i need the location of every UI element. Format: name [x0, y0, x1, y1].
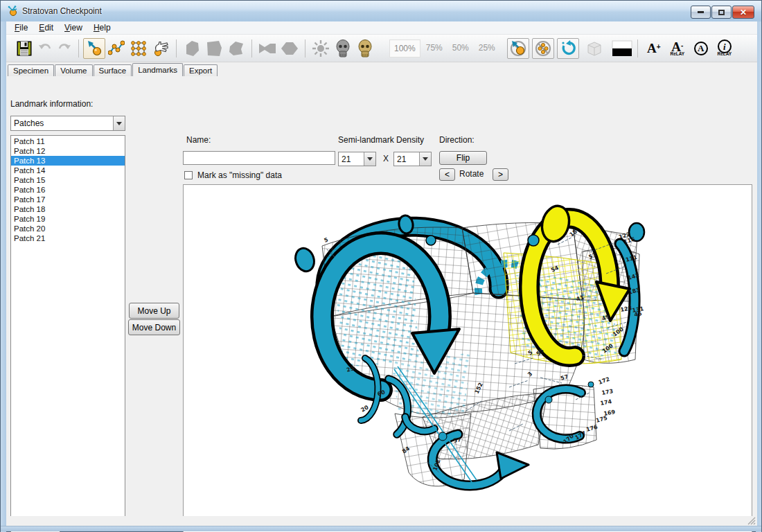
drag-landmark-tool-button[interactable] — [150, 38, 172, 59]
skull-gold-icon — [357, 39, 373, 57]
redo-icon — [57, 42, 72, 55]
status-bar — [6, 516, 757, 526]
rotate-right-button[interactable]: > — [493, 168, 508, 181]
density-x-combobox[interactable]: 21 — [338, 152, 376, 166]
title-bar[interactable]: Stratovan Checkpoint ✕ — [1, 1, 761, 21]
combobox-dropdown-button[interactable] — [113, 116, 125, 130]
missing-data-label: Mark as "missing" data — [197, 170, 282, 180]
combobox-value: 21 — [339, 154, 364, 164]
close-button[interactable]: ✕ — [732, 6, 754, 19]
close-icon: ✕ — [740, 8, 747, 17]
combobox-value: Patches — [11, 118, 113, 128]
rotate-left-button[interactable]: < — [439, 168, 455, 181]
redo-button[interactable] — [55, 38, 74, 59]
tab-specimen[interactable]: Specimen — [8, 64, 54, 76]
curve-landmark-tool-button[interactable] — [105, 38, 127, 59]
font-increase-icon: A+ — [647, 42, 661, 55]
menu-file[interactable]: File — [9, 21, 33, 34]
application-window: Stratovan Checkpoint ✕ FileEditViewHelp — [0, 0, 762, 532]
list-item[interactable]: Patch 18 — [11, 204, 125, 214]
single-landmark-tool-button[interactable] — [83, 38, 105, 59]
toolbar-separator — [305, 39, 305, 57]
curve-landmark-icon — [108, 40, 125, 57]
maximize-button[interactable] — [711, 6, 732, 19]
resize-grip-icon[interactable] — [747, 517, 756, 525]
menu-view[interactable]: View — [59, 21, 88, 34]
combobox-dropdown-button[interactable] — [364, 152, 375, 166]
list-item[interactable]: Patch 15 — [11, 175, 125, 185]
combobox-dropdown-button[interactable] — [419, 152, 431, 166]
svg-text:173: 173 — [601, 388, 614, 396]
svg-text:172: 172 — [598, 376, 611, 386]
hand-tool-icon — [152, 40, 170, 57]
relay-info-button[interactable]: i ReLAY — [713, 39, 736, 57]
chevron-down-icon — [116, 122, 122, 125]
mirror-shape-icon — [258, 41, 277, 56]
single-landmark-icon — [86, 40, 103, 57]
starburst-icon — [312, 39, 330, 57]
menu-edit[interactable]: Edit — [33, 21, 59, 34]
mirror-tool-button[interactable] — [256, 38, 278, 59]
menu-bar: FileEditViewHelp — [6, 21, 757, 35]
list-item[interactable]: Patch 19 — [11, 214, 125, 224]
maximize-icon — [718, 10, 725, 15]
rotate-view-button[interactable] — [557, 38, 579, 59]
surface-blob-icon — [205, 39, 223, 57]
3d-viewport[interactable]: 5181221161111421831281314553544149100573… — [183, 184, 752, 532]
landmark-crossed-icon — [509, 39, 527, 57]
patch-tool-button[interactable] — [127, 38, 150, 59]
color-swatch-icon — [612, 40, 632, 57]
flip-button[interactable]: Flip — [439, 151, 487, 165]
menu-help[interactable]: Help — [88, 21, 116, 34]
background-color-button[interactable] — [611, 38, 633, 59]
surface-tool-2-button[interactable] — [203, 38, 225, 59]
polygon-tool-button[interactable] — [278, 38, 301, 59]
list-item[interactable]: Patch 16 — [11, 185, 125, 195]
svg-text:5: 5 — [324, 236, 330, 244]
toggle-landmarks-visible-button[interactable] — [507, 38, 529, 59]
move-up-button[interactable]: Move Up — [129, 303, 179, 319]
list-item[interactable]: Patch 17 — [11, 195, 125, 204]
tab-volume[interactable]: Volume — [55, 64, 92, 76]
undo-button[interactable] — [35, 38, 55, 59]
surface-blob-icon — [227, 39, 245, 57]
annotation-button[interactable]: A — [689, 42, 713, 55]
specimen-gold-button[interactable] — [354, 38, 376, 59]
zoom-100percent-button[interactable]: 100% — [389, 39, 420, 57]
zoom-levels: 100%75%50%25% — [389, 39, 500, 57]
font-decrease-button[interactable]: A- ReLAY — [666, 40, 689, 57]
light-tool-button[interactable] — [310, 38, 332, 59]
tab-export[interactable]: Export — [184, 64, 218, 76]
toggle-patches-visible-button[interactable] — [532, 38, 554, 59]
list-item[interactable]: Patch 21 — [11, 233, 125, 243]
window-title: Stratovan Checkpoint — [22, 6, 102, 16]
density-label: Semi-landmark Density — [338, 135, 424, 145]
landmark-category-combobox[interactable]: Patches — [10, 116, 125, 131]
name-label: Name: — [186, 135, 211, 145]
surface-tool-1-button[interactable] — [181, 38, 203, 59]
missing-data-checkbox[interactable] — [184, 171, 193, 179]
tab-landmarks[interactable]: Landmarks — [132, 63, 183, 76]
density-separator: X — [383, 154, 389, 163]
density-y-combobox[interactable]: 21 — [393, 152, 432, 166]
zoom-75percent-button[interactable]: 75% — [422, 39, 447, 57]
patch-list[interactable]: Patch 11Patch 12Patch 13Patch 14Patch 15… — [10, 135, 125, 523]
surface-tool-3-button[interactable] — [225, 38, 247, 59]
font-increase-button[interactable]: A+ — [642, 42, 666, 55]
list-item[interactable]: Patch 20 — [11, 224, 125, 233]
list-item[interactable]: Patch 13 — [11, 156, 125, 166]
name-input[interactable] — [183, 151, 335, 165]
tab-surface[interactable]: Surface — [94, 64, 132, 76]
circled-a-icon: A — [694, 42, 708, 55]
list-item[interactable]: Patch 14 — [11, 166, 125, 175]
move-down-button[interactable]: Move Down — [128, 319, 180, 335]
minimize-button[interactable] — [691, 6, 711, 19]
zoom-50percent-button[interactable]: 50% — [448, 39, 473, 57]
list-item[interactable]: Patch 11 — [11, 136, 125, 146]
volume-box-button[interactable] — [583, 38, 605, 59]
zoom-25percent-button[interactable]: 25% — [475, 39, 499, 57]
specimen-gray-button[interactable] — [332, 38, 354, 59]
toolbar-separator — [637, 39, 638, 57]
list-item[interactable]: Patch 12 — [11, 146, 125, 156]
save-button[interactable] — [13, 38, 35, 59]
